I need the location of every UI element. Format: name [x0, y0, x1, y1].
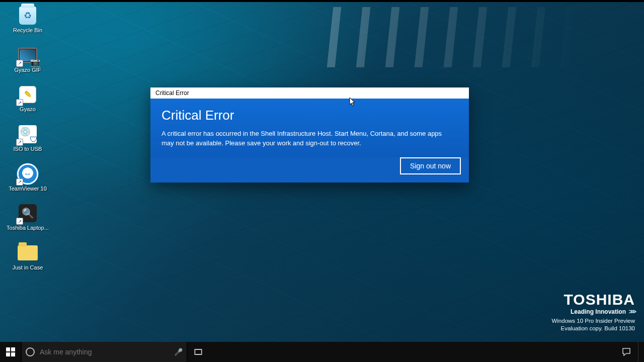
icon-label: Gyazo GIF [14, 67, 41, 73]
desktop-icon-teamviewer[interactable]: ↗ TeamViewer 10 [5, 163, 50, 192]
brand-tagline: Leading Innovation [571, 308, 626, 315]
icon-label: TeamViewer 10 [9, 186, 47, 192]
desktop-icon-toshiba-laptop[interactable]: ↗ Toshiba Laptop... [5, 203, 50, 231]
oem-branding: TOSHIBA Leading Innovation >>> Windows 1… [551, 291, 635, 333]
desktop-icons-area: Recycle Bin ↗ Gyazo GIF ↗ Gyazo ↗ ISO to… [5, 5, 50, 270]
recycle-bin-icon [19, 7, 36, 25]
cortana-circle-icon [26, 347, 35, 356]
taskbar: 🎤 [0, 342, 644, 362]
svg-rect-3 [11, 352, 15, 356]
icon-label: Toshiba Laptop... [7, 225, 49, 231]
icon-label: ISO to USB [14, 146, 42, 152]
desktop-icon-recycle-bin[interactable]: Recycle Bin [5, 5, 50, 34]
svg-rect-7 [195, 349, 201, 354]
sign-out-now-button[interactable]: Sign out now [400, 157, 461, 174]
chevrons-icon: >>> [629, 308, 635, 315]
taskbar-search[interactable]: 🎤 [21, 342, 187, 362]
system-tray [622, 342, 644, 362]
search-input[interactable] [40, 348, 169, 356]
icon-label: Just in Case [13, 264, 43, 271]
watermark-line-1: Windows 10 Pro Insider Preview [551, 317, 635, 325]
watermark-line-2: Evaluation copy. Build 10130 [551, 325, 635, 333]
icon-label: Recycle Bin [13, 27, 42, 34]
task-view-button[interactable] [187, 342, 209, 362]
shortcut-arrow-icon: ↗ [16, 60, 23, 67]
dialog-message: A critical error has occurred in the She… [162, 129, 456, 148]
icon-label: Gyazo [20, 106, 36, 113]
folder-icon [18, 245, 38, 260]
svg-rect-1 [11, 347, 15, 351]
desktop-icon-just-in-case[interactable]: Just in Case [5, 242, 50, 271]
show-desktop-button[interactable] [638, 342, 641, 362]
notifications-icon[interactable] [622, 347, 631, 356]
windows-logo-icon [6, 347, 15, 356]
svg-rect-2 [6, 352, 10, 356]
start-button[interactable] [0, 342, 21, 362]
dialog-heading: Critical Error [162, 108, 458, 123]
toshiba-logo: TOSHIBA [551, 291, 635, 308]
shortcut-arrow-icon: ↗ [16, 139, 23, 146]
task-view-icon [193, 348, 203, 356]
microphone-icon[interactable]: 🎤 [174, 347, 183, 356]
shortcut-arrow-icon: ↗ [16, 178, 23, 186]
critical-error-dialog: Critical Error Critical Error A critical… [150, 87, 469, 183]
shortcut-arrow-icon: ↗ [16, 218, 23, 225]
desktop-icon-iso-to-usb[interactable]: ↗ ISO to USB [5, 124, 50, 152]
desktop-icon-gyazo-gif[interactable]: ↗ Gyazo GIF [5, 45, 50, 73]
shortcut-arrow-icon: ↗ [16, 99, 23, 106]
desktop-icon-gyazo[interactable]: ↗ Gyazo [5, 84, 50, 113]
letterbox [0, 0, 644, 2]
svg-rect-0 [6, 347, 10, 351]
dialog-titlebar[interactable]: Critical Error [150, 87, 469, 99]
